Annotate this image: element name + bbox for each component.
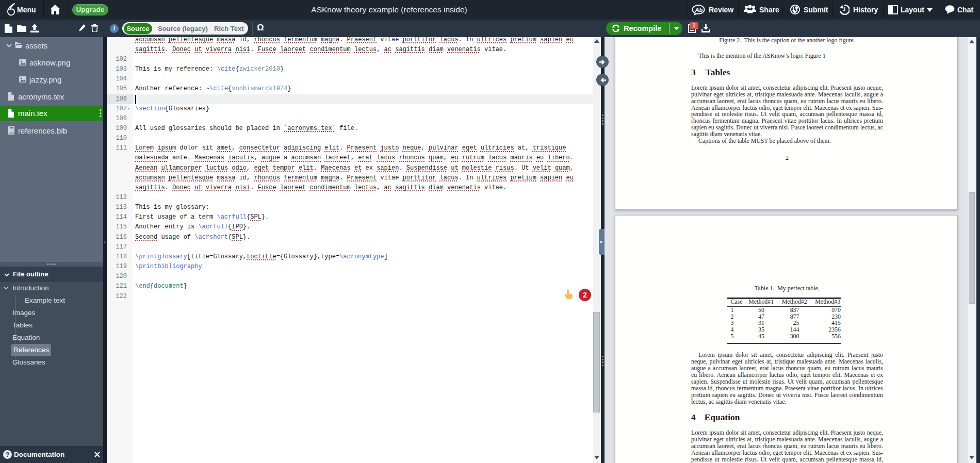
svg-text:Ab: Ab [695, 7, 703, 13]
